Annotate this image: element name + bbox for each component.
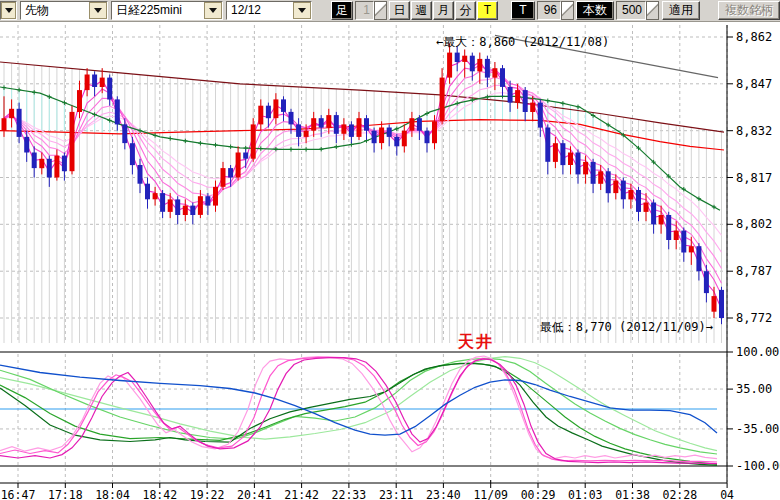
candle <box>47 159 52 178</box>
honsu-button[interactable]: 本数 <box>576 1 614 20</box>
price-tick-label: 8,787 <box>736 264 772 278</box>
period-minute-button[interactable]: 分 <box>455 1 476 20</box>
candle <box>205 196 210 205</box>
candle <box>523 90 528 112</box>
candle <box>296 124 301 136</box>
rci-green-line <box>0 363 717 465</box>
candle <box>168 199 173 212</box>
time-tick-label: 01:03 <box>568 488 603 500</box>
ema-ribbon-line <box>4 78 722 269</box>
chevron-down-icon[interactable] <box>293 2 311 19</box>
candle <box>440 78 445 122</box>
candle <box>130 143 135 165</box>
candle <box>251 124 256 158</box>
time-tick-label: 02:28 <box>662 488 697 500</box>
candle <box>447 53 452 78</box>
time-tick-label: 19:22 <box>190 488 225 500</box>
osc-tick-label: -35.00 <box>736 422 779 436</box>
candle <box>54 156 59 178</box>
tick-button[interactable]: T <box>511 1 535 20</box>
candle <box>266 106 271 119</box>
bars-spinner[interactable]: 96 <box>537 1 574 20</box>
time-tick-label: 23:40 <box>426 488 461 500</box>
interval-spinner[interactable]: 1 <box>355 1 387 20</box>
rci-green-line <box>0 363 717 464</box>
candle <box>273 99 278 118</box>
candle <box>221 168 226 187</box>
osc-tick-label: -100.00 <box>736 459 780 473</box>
candle <box>387 128 392 137</box>
chart-app-window: 先物 日経225mini 12/12 足 1 日 週 月 分 T T 96 本数… <box>0 0 780 500</box>
chart-canvas[interactable]: 8,8628,8478,8328,8178,8028,7878,772100.0… <box>0 22 780 500</box>
candle <box>138 165 143 184</box>
price-tick-label: 8,802 <box>736 217 772 231</box>
candle <box>311 118 316 131</box>
candle <box>326 115 331 128</box>
time-tick-label: 01:38 <box>615 488 650 500</box>
candle <box>613 181 618 194</box>
tick-mode-button[interactable]: T <box>477 1 498 20</box>
spinner-icon[interactable] <box>374 1 387 20</box>
contract-date-value: 12/12 <box>227 2 293 19</box>
time-tick-label: 17:18 <box>48 488 83 500</box>
candle <box>530 103 535 112</box>
candle <box>160 193 165 212</box>
chevron-down-icon[interactable] <box>1 2 16 19</box>
candle <box>402 131 407 147</box>
osc-tick-label: 100.00 <box>736 345 779 359</box>
time-tick-label: 23:11 <box>379 488 414 500</box>
chevron-down-icon[interactable] <box>89 2 107 19</box>
candle <box>568 153 573 166</box>
candle <box>598 171 603 184</box>
osc-tick-label: 35.00 <box>736 382 772 396</box>
candle <box>24 137 29 153</box>
interval-value: 1 <box>355 1 374 20</box>
candle <box>281 99 286 112</box>
instrument-type-value: 先物 <box>21 2 89 19</box>
min-annotation: 最低：8,770 (2012/11/09)→ <box>540 320 713 334</box>
candle <box>696 246 701 271</box>
candle <box>92 75 97 88</box>
price-tick-label: 8,817 <box>736 171 772 185</box>
bars-value: 96 <box>537 1 561 20</box>
candle <box>417 118 422 131</box>
candle <box>409 118 414 131</box>
spinner-icon[interactable] <box>646 1 659 20</box>
candle <box>319 118 324 127</box>
symbol-value: 日経225mini <box>112 2 204 19</box>
candle <box>122 124 127 143</box>
candle <box>719 290 724 318</box>
period-week-button[interactable]: 週 <box>411 1 432 20</box>
hidden-combo[interactable] <box>0 1 17 20</box>
candle <box>606 171 611 193</box>
candle <box>500 68 505 87</box>
time-tick-label: 21:42 <box>284 488 319 500</box>
candle <box>621 181 626 200</box>
candle <box>70 112 75 171</box>
candle <box>553 143 558 162</box>
candle <box>107 78 112 100</box>
contract-date-combo[interactable]: 12/12 <box>226 1 312 20</box>
candle <box>508 87 513 103</box>
period-day-button[interactable]: 日 <box>389 1 410 20</box>
chart-svg[interactable]: 8,8628,8478,8328,8178,8028,7878,772100.0… <box>0 22 780 500</box>
candle <box>190 206 195 215</box>
spinner-icon[interactable] <box>561 1 574 20</box>
ema-ribbon-line <box>4 85 722 252</box>
apply-button[interactable]: 適用 <box>662 1 700 20</box>
count-spinner[interactable]: 500 <box>616 1 659 20</box>
candle <box>704 271 709 293</box>
candle <box>462 56 467 62</box>
period-month-button[interactable]: 月 <box>433 1 454 20</box>
candle <box>689 246 694 252</box>
chevron-down-icon[interactable] <box>204 2 222 19</box>
symbol-combo[interactable]: 日経225mini <box>111 1 223 20</box>
candle <box>334 115 339 134</box>
candle <box>364 118 369 131</box>
candle <box>32 153 37 169</box>
instrument-type-combo[interactable]: 先物 <box>20 1 108 20</box>
candle <box>9 109 14 118</box>
multi-symbol-button[interactable]: 複数銘柄 <box>718 1 780 20</box>
ashi-button[interactable]: 足 <box>331 1 353 20</box>
candle <box>341 124 346 133</box>
